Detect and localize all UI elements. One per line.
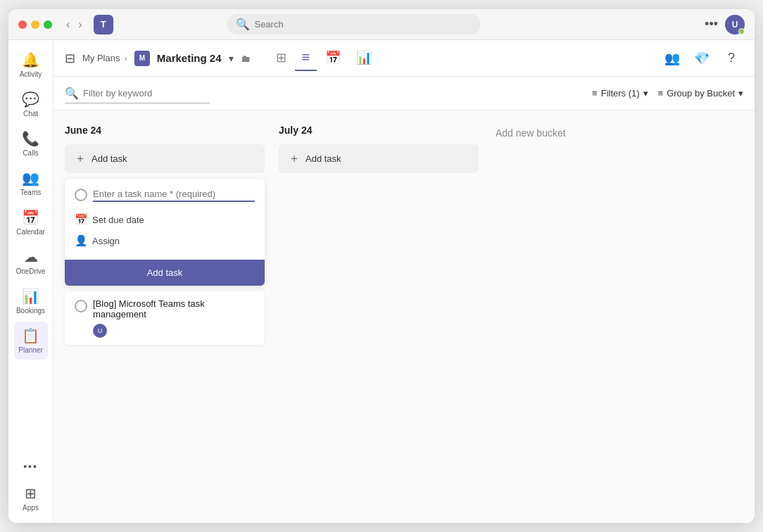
sidebar-item-calls[interactable]: 📞 Calls [14,125,48,163]
june24-add-task-label: Add task [92,153,127,164]
assign-row[interactable]: 👤 Assign [75,230,255,251]
assign-label: Assign [92,236,120,246]
nav-forward-button[interactable]: › [75,17,84,32]
title-bar: ‹ › T 🔍 ••• U [8,9,755,40]
teams-icon: 👥 [22,170,39,186]
search-icon: 🔍 [236,18,250,31]
group-by-dropdown-icon: ▾ [738,88,743,99]
sidebar-item-planner[interactable]: 📋 Planner [14,322,48,360]
sidebar-item-more[interactable]: ••• [14,455,48,478]
july24-add-task-row[interactable]: ＋ Add task [279,144,479,173]
june24-add-task-row[interactable]: ＋ Add task [65,144,265,173]
sidebar-label-calendar: Calendar [16,228,45,236]
group-by-label: Group by Bucket [667,88,735,99]
app-window: ‹ › T 🔍 ••• U 🔔 Activity 💬 Chat [8,9,755,523]
sidebar-label-onedrive: OneDrive [15,267,45,275]
filter-lines-icon: ≡ [592,88,598,99]
add-new-bucket-label[interactable]: Add new bucket [493,125,633,141]
premium-button[interactable]: 💎 [690,46,714,70]
july24-add-task-label: Add task [305,153,341,164]
toolbar: 🔍 ≡ Filters (1) ▾ ≡ Group by Bucket ▾ [53,77,755,110]
bucket-june24: June 24 ＋ Add task 📅 [65,125,265,349]
pin-button[interactable]: 🖿 [241,53,251,64]
sidebar-label-calls: Calls [23,149,38,157]
traffic-lights [18,20,52,29]
planner-icon: 📋 [22,327,39,344]
header-tabs: ⊞ ≡ 📅 📊 [269,45,379,71]
table-row[interactable]: [Blog] Microsoft Teams task management U [65,291,265,345]
help-button[interactable]: ? [719,46,743,70]
sidebar-item-onedrive[interactable]: ☁ OneDrive [14,243,48,281]
sidebar-label-activity: Activity [20,70,42,78]
main-layout: 🔔 Activity 💬 Chat 📞 Calls 👥 Teams 📅 Cale… [8,40,755,523]
board: June 24 ＋ Add task 📅 [53,110,755,523]
filter-input-wrap[interactable]: 🔍 [65,84,210,103]
tab-schedule[interactable]: 📅 [318,45,348,71]
bucket-july24-title: July 24 [279,125,479,136]
task-completion-circle[interactable] [75,300,87,312]
calls-icon: 📞 [22,130,39,147]
sidebar-label-planner: Planner [18,346,42,354]
plan-dropdown-button[interactable]: ▾ [229,53,234,64]
group-by-button[interactable]: ≡ Group by Bucket ▾ [658,88,743,99]
member-management-button[interactable]: 👥 [660,46,684,70]
calendar-meta-icon: 📅 [75,213,88,226]
june24-add-icon: ＋ [75,151,86,166]
tab-charts[interactable]: 📊 [349,45,379,71]
fullscreen-button[interactable] [44,20,52,29]
header-actions: 👥 💎 ? [660,46,743,70]
bucket-july24: July 24 ＋ Add task [279,125,479,179]
plan-icon: M [134,51,150,66]
search-bar[interactable]: 🔍 [227,14,481,34]
app-header: ⊟ My Plans › M Marketing 24 ▾ 🖿 ⊞ ≡ 📅 📊 … [53,40,755,77]
filters-dropdown-icon: ▾ [643,88,648,99]
tab-grid[interactable]: ⊞ [269,45,294,71]
apps-icon: ⊞ [25,485,37,502]
minimize-button[interactable] [31,20,39,29]
title-bar-right: ••• U [705,15,745,34]
task-name-input[interactable] [93,187,255,202]
filter-input[interactable] [83,88,210,99]
task-assignee-avatar: U [93,324,107,338]
content-area: ⊟ My Plans › M Marketing 24 ▾ 🖿 ⊞ ≡ 📅 📊 … [53,40,755,523]
more-icon: ••• [23,461,38,472]
sidebar: 🔔 Activity 💬 Chat 📞 Calls 👥 Teams 📅 Cale… [8,40,53,523]
sidebar-label-bookings: Bookings [16,307,45,315]
breadcrumb-my-plans[interactable]: My Plans [82,53,120,63]
add-task-button[interactable]: Add task [65,260,265,286]
nav-back-button[interactable]: ‹ [63,17,72,32]
task-form-june24: 📅 Set due date 👤 Assign Add task [65,179,265,286]
collapse-panel-button[interactable]: ⊟ [65,51,75,66]
breadcrumb-separator: › [124,53,127,63]
sidebar-item-bookings[interactable]: 📊 Bookings [14,282,48,320]
avatar: U [725,15,745,34]
sidebar-item-chat[interactable]: 💬 Chat [14,85,48,123]
set-due-date-label: Set due date [92,215,144,225]
sidebar-label-apps: Apps [23,504,39,512]
sidebar-item-apps[interactable]: ⊞ Apps [14,479,48,517]
filter-search-icon: 🔍 [65,87,79,100]
calendar-icon: 📅 [22,209,39,226]
sidebar-item-activity[interactable]: 🔔 Activity [14,46,48,84]
breadcrumb: My Plans › [82,53,127,63]
set-due-date-row[interactable]: 📅 Set due date [75,209,255,230]
filters-label: Filters (1) [601,88,640,99]
chat-icon: 💬 [22,91,39,108]
bookings-icon: 📊 [22,288,39,305]
sidebar-label-teams: Teams [20,189,41,196]
toolbar-right: ≡ Filters (1) ▾ ≡ Group by Bucket ▾ [592,88,743,99]
filters-button[interactable]: ≡ Filters (1) ▾ [592,88,648,99]
online-badge [738,28,745,34]
task-completion-circle[interactable] [75,189,87,201]
group-icon: ≡ [658,88,664,99]
search-input[interactable] [254,19,472,30]
more-options-button[interactable]: ••• [705,17,718,32]
tab-board[interactable]: ≡ [295,45,317,71]
add-new-bucket[interactable]: Add new bucket [493,125,633,141]
task-name-row [75,187,255,202]
close-button[interactable] [18,20,27,29]
sidebar-item-calendar[interactable]: 📅 Calendar [14,203,48,241]
sidebar-item-teams[interactable]: 👥 Teams [14,164,48,202]
activity-icon: 🔔 [22,51,39,68]
bucket-june24-title: June 24 [65,125,265,136]
